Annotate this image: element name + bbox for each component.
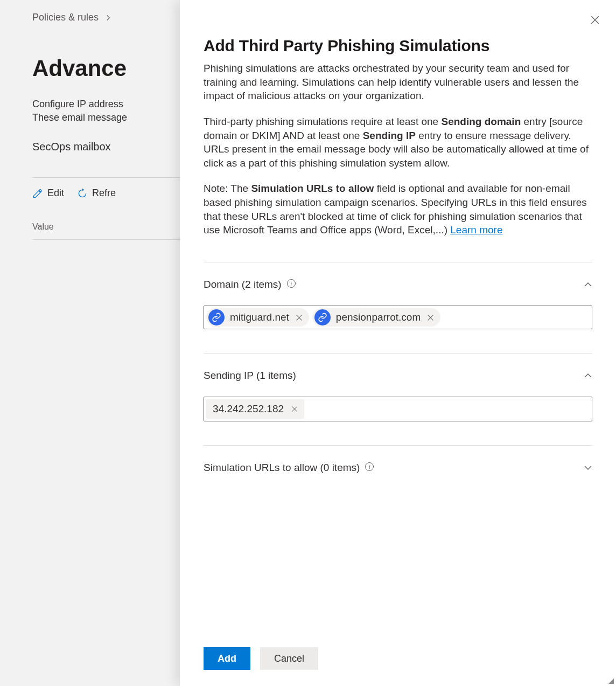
domain-chip: pensionparrot.com bbox=[312, 308, 440, 327]
close-icon bbox=[291, 406, 298, 412]
domain-chip: mitiguard.net bbox=[206, 308, 309, 327]
add-button[interactable]: Add bbox=[204, 647, 250, 670]
section-header-sending-ip[interactable]: Sending IP (1 items) bbox=[204, 354, 592, 385]
sending-ip-input[interactable]: 34.242.252.182 bbox=[204, 397, 592, 421]
remove-chip-button[interactable] bbox=[426, 313, 435, 322]
domain-input[interactable]: mitiguard.net pensionparrot.com bbox=[204, 306, 592, 329]
info-icon[interactable]: i bbox=[287, 279, 296, 288]
link-icon bbox=[314, 309, 331, 325]
info-icon[interactable]: i bbox=[365, 462, 374, 471]
chevron-up-icon bbox=[584, 371, 592, 380]
section-header-sim-urls[interactable]: Simulation URLs to allow (0 items) i bbox=[204, 446, 592, 477]
close-icon bbox=[427, 314, 434, 321]
section-title-domain: Domain (2 items) bbox=[204, 279, 282, 290]
remove-chip-button[interactable] bbox=[295, 313, 304, 322]
section-title-sending-ip: Sending IP (1 items) bbox=[204, 370, 296, 382]
domain-chip-label: mitiguard.net bbox=[230, 311, 289, 323]
close-button[interactable] bbox=[590, 15, 600, 26]
ip-chip-label: 34.242.252.182 bbox=[213, 403, 284, 415]
ip-chip: 34.242.252.182 bbox=[206, 399, 304, 419]
panel-description: Phishing simulations are attacks orchest… bbox=[204, 61, 592, 103]
panel-note-text: Note: The Simulation URLs to allow field… bbox=[204, 182, 592, 237]
domain-chip-label: pensionparrot.com bbox=[336, 311, 421, 323]
section-title-sim-urls: Simulation URLs to allow (0 items) bbox=[204, 462, 360, 474]
panel-requirement-text: Third-party phishing simulations require… bbox=[204, 115, 592, 170]
cancel-button[interactable]: Cancel bbox=[260, 647, 318, 670]
side-panel: Add Third Party Phishing Simulations Phi… bbox=[180, 0, 616, 686]
resize-grip-icon[interactable] bbox=[608, 678, 614, 684]
panel-title: Add Third Party Phishing Simulations bbox=[204, 37, 592, 55]
panel-footer: Add Cancel bbox=[180, 641, 616, 686]
chevron-up-icon bbox=[584, 280, 592, 289]
section-header-domain[interactable]: Domain (2 items) i bbox=[204, 262, 592, 294]
remove-chip-button[interactable] bbox=[290, 405, 299, 413]
learn-more-link[interactable]: Learn more bbox=[450, 224, 502, 235]
close-icon bbox=[296, 314, 303, 321]
link-icon bbox=[208, 309, 225, 325]
close-icon bbox=[590, 15, 600, 25]
chevron-down-icon bbox=[584, 463, 592, 472]
